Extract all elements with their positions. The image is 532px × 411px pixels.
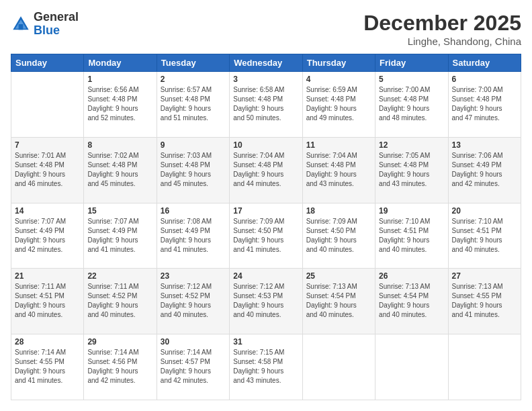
calendar-cell: 16Sunrise: 7:08 AM Sunset: 4:49 PM Dayli… (157, 203, 229, 269)
cell-info: Sunrise: 7:10 AM Sunset: 4:51 PM Dayligh… (379, 217, 444, 255)
calendar-cell: 2Sunrise: 6:57 AM Sunset: 4:48 PM Daylig… (157, 72, 229, 138)
calendar-cell: 4Sunrise: 6:59 AM Sunset: 4:48 PM Daylig… (302, 72, 375, 138)
cell-info: Sunrise: 7:14 AM Sunset: 4:57 PM Dayligh… (161, 348, 226, 385)
calendar-cell: 18Sunrise: 7:09 AM Sunset: 4:50 PM Dayli… (302, 203, 375, 269)
day-number: 31 (233, 337, 298, 347)
calendar-week-4: 28Sunrise: 7:14 AM Sunset: 4:55 PM Dayli… (11, 334, 521, 400)
day-number: 16 (161, 206, 226, 216)
logo-icon (11, 14, 31, 34)
day-number: 12 (379, 140, 444, 150)
calendar-cell: 22Sunrise: 7:11 AM Sunset: 4:52 PM Dayli… (84, 269, 157, 334)
cell-info: Sunrise: 7:11 AM Sunset: 4:52 PM Dayligh… (87, 282, 152, 320)
calendar-cell: 30Sunrise: 7:14 AM Sunset: 4:57 PM Dayli… (157, 334, 229, 400)
col-monday: Monday (84, 54, 157, 72)
logo-blue: Blue (34, 24, 79, 38)
calendar-cell (11, 72, 84, 138)
cell-info: Sunrise: 7:00 AM Sunset: 4:48 PM Dayligh… (452, 85, 517, 123)
calendar-cell: 31Sunrise: 7:15 AM Sunset: 4:58 PM Dayli… (230, 334, 302, 400)
cell-info: Sunrise: 7:11 AM Sunset: 4:51 PM Dayligh… (15, 282, 80, 320)
cell-info: Sunrise: 7:06 AM Sunset: 4:49 PM Dayligh… (452, 151, 517, 189)
day-number: 25 (306, 271, 371, 281)
calendar-cell: 11Sunrise: 7:04 AM Sunset: 4:48 PM Dayli… (302, 137, 375, 203)
logo: General Blue (11, 11, 79, 38)
day-number: 2 (161, 75, 226, 84)
col-thursday: Thursday (302, 54, 375, 72)
day-number: 15 (87, 206, 152, 216)
calendar-cell: 20Sunrise: 7:10 AM Sunset: 4:51 PM Dayli… (448, 203, 521, 269)
cell-info: Sunrise: 7:07 AM Sunset: 4:49 PM Dayligh… (15, 217, 80, 255)
calendar-cell: 25Sunrise: 7:13 AM Sunset: 4:54 PM Dayli… (302, 269, 375, 334)
cell-info: Sunrise: 7:15 AM Sunset: 4:58 PM Dayligh… (233, 348, 298, 385)
day-number: 19 (379, 206, 444, 216)
calendar-cell: 15Sunrise: 7:07 AM Sunset: 4:49 PM Dayli… (84, 203, 157, 269)
col-friday: Friday (375, 54, 448, 72)
cell-info: Sunrise: 6:58 AM Sunset: 4:48 PM Dayligh… (233, 85, 298, 123)
cell-info: Sunrise: 7:09 AM Sunset: 4:50 PM Dayligh… (306, 217, 371, 255)
day-number: 5 (379, 75, 444, 84)
day-number: 10 (233, 140, 298, 150)
calendar-cell: 8Sunrise: 7:02 AM Sunset: 4:48 PM Daylig… (84, 137, 157, 203)
calendar-cell: 6Sunrise: 7:00 AM Sunset: 4:48 PM Daylig… (448, 72, 521, 138)
calendar-cell: 10Sunrise: 7:04 AM Sunset: 4:48 PM Dayli… (230, 137, 302, 203)
cell-info: Sunrise: 7:03 AM Sunset: 4:48 PM Dayligh… (161, 151, 226, 189)
day-number: 28 (15, 337, 80, 347)
day-number: 6 (452, 75, 517, 84)
col-sunday: Sunday (11, 54, 84, 72)
cell-info: Sunrise: 7:04 AM Sunset: 4:48 PM Dayligh… (233, 151, 298, 189)
cell-info: Sunrise: 6:59 AM Sunset: 4:48 PM Dayligh… (306, 85, 371, 123)
calendar-header-row: Sunday Monday Tuesday Wednesday Thursday… (11, 54, 521, 72)
calendar-cell: 24Sunrise: 7:12 AM Sunset: 4:53 PM Dayli… (230, 269, 302, 334)
svg-rect-2 (19, 24, 24, 30)
cell-info: Sunrise: 7:05 AM Sunset: 4:48 PM Dayligh… (379, 151, 444, 189)
header: General Blue December 2025 Linghe, Shand… (11, 11, 521, 47)
cell-info: Sunrise: 7:10 AM Sunset: 4:51 PM Dayligh… (452, 217, 517, 255)
day-number: 17 (233, 206, 298, 216)
calendar-week-1: 7Sunrise: 7:01 AM Sunset: 4:48 PM Daylig… (11, 137, 521, 203)
cell-info: Sunrise: 7:13 AM Sunset: 4:54 PM Dayligh… (379, 282, 444, 320)
day-number: 29 (87, 337, 152, 347)
day-number: 18 (306, 206, 371, 216)
day-number: 20 (452, 206, 517, 216)
col-saturday: Saturday (448, 54, 521, 72)
day-number: 30 (161, 337, 226, 347)
calendar-cell: 7Sunrise: 7:01 AM Sunset: 4:48 PM Daylig… (11, 137, 84, 203)
day-number: 3 (233, 75, 298, 84)
day-number: 8 (87, 140, 152, 150)
logo-general: General (34, 11, 79, 24)
cell-info: Sunrise: 7:14 AM Sunset: 4:56 PM Dayligh… (87, 348, 152, 385)
calendar-cell: 14Sunrise: 7:07 AM Sunset: 4:49 PM Dayli… (11, 203, 84, 269)
cell-info: Sunrise: 7:14 AM Sunset: 4:55 PM Dayligh… (15, 348, 80, 385)
cell-info: Sunrise: 7:13 AM Sunset: 4:55 PM Dayligh… (452, 282, 517, 320)
calendar-cell: 5Sunrise: 7:00 AM Sunset: 4:48 PM Daylig… (375, 72, 448, 138)
calendar-cell: 1Sunrise: 6:56 AM Sunset: 4:48 PM Daylig… (84, 72, 157, 138)
calendar-week-2: 14Sunrise: 7:07 AM Sunset: 4:49 PM Dayli… (11, 203, 521, 269)
calendar-cell: 3Sunrise: 6:58 AM Sunset: 4:48 PM Daylig… (230, 72, 302, 138)
day-number: 13 (452, 140, 517, 150)
page: General Blue December 2025 Linghe, Shand… (0, 0, 532, 411)
day-number: 9 (161, 140, 226, 150)
cell-info: Sunrise: 7:12 AM Sunset: 4:53 PM Dayligh… (233, 282, 298, 320)
col-wednesday: Wednesday (230, 54, 302, 72)
day-number: 27 (452, 271, 517, 281)
title-block: December 2025 Linghe, Shandong, China (363, 11, 521, 47)
col-tuesday: Tuesday (157, 54, 229, 72)
day-number: 23 (161, 271, 226, 281)
calendar-cell: 27Sunrise: 7:13 AM Sunset: 4:55 PM Dayli… (448, 269, 521, 334)
day-number: 14 (15, 206, 80, 216)
cell-info: Sunrise: 7:07 AM Sunset: 4:49 PM Dayligh… (87, 217, 152, 255)
calendar-cell: 26Sunrise: 7:13 AM Sunset: 4:54 PM Dayli… (375, 269, 448, 334)
day-number: 7 (15, 140, 80, 150)
day-number: 21 (15, 271, 80, 281)
calendar-week-3: 21Sunrise: 7:11 AM Sunset: 4:51 PM Dayli… (11, 269, 521, 334)
cell-info: Sunrise: 7:09 AM Sunset: 4:50 PM Dayligh… (233, 217, 298, 255)
calendar-cell: 17Sunrise: 7:09 AM Sunset: 4:50 PM Dayli… (230, 203, 302, 269)
day-number: 22 (87, 271, 152, 281)
calendar-cell: 19Sunrise: 7:10 AM Sunset: 4:51 PM Dayli… (375, 203, 448, 269)
day-number: 4 (306, 75, 371, 84)
day-number: 11 (306, 140, 371, 150)
calendar-cell: 12Sunrise: 7:05 AM Sunset: 4:48 PM Dayli… (375, 137, 448, 203)
cell-info: Sunrise: 7:04 AM Sunset: 4:48 PM Dayligh… (306, 151, 371, 189)
cell-info: Sunrise: 7:13 AM Sunset: 4:54 PM Dayligh… (306, 282, 371, 320)
calendar-cell (448, 334, 521, 400)
day-number: 26 (379, 271, 444, 281)
